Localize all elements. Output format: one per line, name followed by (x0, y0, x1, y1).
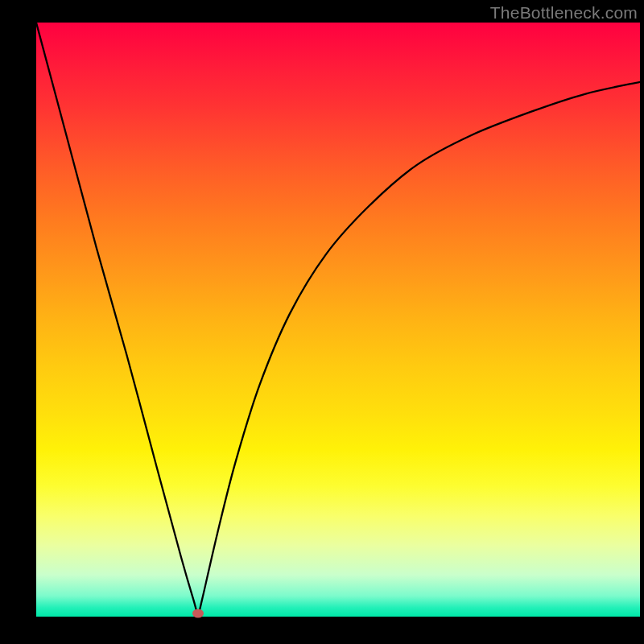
optimal-point-marker (192, 609, 204, 617)
bottleneck-curve (36, 23, 640, 613)
watermark-text: TheBottleneck.com (490, 3, 638, 23)
chart-frame: TheBottleneck.com (0, 0, 644, 644)
curve-layer (36, 23, 640, 617)
plot-area (36, 23, 640, 617)
